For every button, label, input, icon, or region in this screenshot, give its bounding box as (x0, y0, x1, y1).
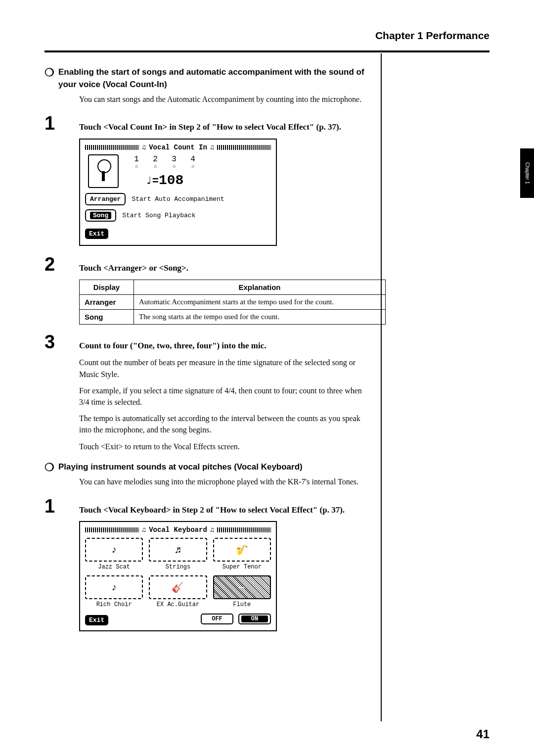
page-number: 41 (476, 727, 490, 741)
exit-button[interactable]: Exit (85, 615, 108, 625)
count-indicators: 1○ 2○ 3○ 4○ (133, 155, 197, 170)
tone-super-tenor[interactable]: 🎷 Super Tenor (213, 538, 271, 570)
tone-jazz-scat[interactable]: ♪ Jazz Scat (85, 538, 143, 570)
section2-title: Playing instrument sounds at vocal pitch… (58, 461, 303, 473)
step-2: 2. Touch <Arranger> or <Song>. (44, 255, 371, 275)
step-number: 1. (44, 114, 70, 133)
step-number: 1. (44, 497, 70, 516)
tempo-display: ♩=108 (146, 173, 184, 188)
tone-ex-ac-guitar[interactable]: 🎸 EX Ac.Guitar (149, 575, 207, 608)
bullet-icon: ❍ (44, 462, 54, 473)
lcd-vocal-count-in: ♫ Vocal Count In ♫ 1○ 2○ 3○ 4○ (79, 139, 277, 246)
step2-text: Touch <Arranger> or <Song>. (79, 262, 188, 275)
step3-body4: Touch <Exit> to return to the Vocal Effe… (79, 441, 371, 452)
note-icon: ♫ (142, 143, 146, 151)
tone-icon: ♬ (149, 538, 207, 562)
step3-text: Count to four ("One, two, three, four") … (79, 340, 267, 352)
tone-icon: — (213, 575, 271, 599)
step-number: 2. (44, 255, 70, 274)
step-number: 3. (44, 332, 70, 351)
note-icon: ♫ (142, 526, 146, 534)
note-icon: ♫ (210, 526, 214, 534)
tone-icon: ♪ (85, 575, 143, 599)
tone-icon: 🎷 (213, 538, 271, 562)
tone-flute[interactable]: — Flute (213, 575, 271, 608)
table-row: Song The song starts at the tempo used f… (80, 309, 386, 324)
table-header-explanation: Explanation (134, 280, 386, 294)
lcd1-title: Vocal Count In (149, 143, 207, 151)
decoration-right (217, 145, 271, 150)
step-1: 1. Touch <Vocal Count In> in Step 2 of "… (44, 114, 371, 134)
section-heading-vocal-count-in: ❍ Enabling the start of songs and automa… (44, 66, 371, 91)
table-row: Arranger Automatic Accompaniment starts … (80, 294, 386, 309)
header-rule (44, 50, 490, 52)
step1-text: Touch <Vocal Count In> in Step 2 of "How… (79, 121, 341, 134)
mic-icon-box[interactable] (88, 154, 119, 188)
decoration-left (85, 145, 139, 150)
on-button[interactable]: ON (238, 614, 271, 624)
step3-body3: The tempo is automatically set according… (79, 413, 371, 435)
bullet-icon: ❍ (44, 67, 54, 78)
note-icon: ♫ (210, 143, 214, 151)
lcd2-title: Vocal Keyboard (149, 526, 207, 534)
song-button[interactable]: Song (85, 209, 116, 222)
section-heading-vocal-keyboard: ❍ Playing instrument sounds at vocal pit… (44, 461, 371, 473)
decoration-right (217, 527, 271, 532)
arranger-button[interactable]: Arranger (85, 193, 126, 205)
tone-strings[interactable]: ♬ Strings (149, 538, 207, 570)
step-1-vk: 1. Touch <Vocal Keyboard> in Step 2 of "… (44, 497, 371, 517)
lcd-vocal-keyboard: ♫ Vocal Keyboard ♫ ♪ Jazz Scat ♬ Strings… (79, 521, 277, 631)
arranger-desc: Start Auto Accompaniment (132, 195, 224, 203)
vk-step1-text: Touch <Vocal Keyboard> in Step 2 of "How… (79, 504, 345, 517)
off-button[interactable]: OFF (201, 614, 233, 624)
tone-icon: ♪ (85, 538, 143, 562)
vertical-rule (381, 53, 382, 721)
microphone-icon (93, 159, 113, 183)
tone-rich-choir[interactable]: ♪ Rich Choir (85, 575, 143, 608)
section2-intro: You can have melodies sung into the micr… (79, 476, 371, 487)
table-header-display: Display (80, 280, 134, 294)
tone-icon: 🎸 (149, 575, 207, 599)
song-desc: Start Song Playback (122, 212, 195, 219)
step3-body2: For example, if you select a time signat… (79, 385, 371, 408)
side-tab-chapter1: Chapter 1 (520, 148, 534, 198)
chapter-header: Chapter 1 Performance (44, 30, 490, 46)
step-3: 3. Count to four ("One, two, three, four… (44, 332, 371, 352)
section1-intro: You can start songs and the Automatic Ac… (79, 94, 371, 105)
arranger-song-table: Display Explanation Arranger Automatic A… (79, 280, 386, 325)
exit-button[interactable]: Exit (85, 229, 108, 239)
step3-body1: Count out the number of beats per measur… (79, 357, 371, 379)
section1-title: Enabling the start of songs and automati… (58, 66, 371, 91)
decoration-left (85, 527, 139, 532)
